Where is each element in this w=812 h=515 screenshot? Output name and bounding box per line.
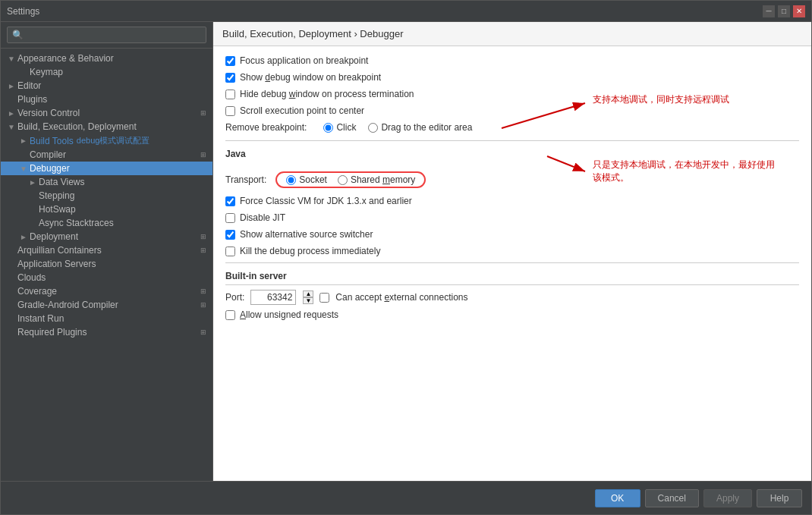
radio-click-label[interactable]: Click [336, 122, 356, 133]
sidebar-item-debugger[interactable]: ▼Debugger [1, 162, 212, 175]
radio-drag-input[interactable] [368, 123, 378, 133]
sidebar-item-build-execution-deployment[interactable]: ▼Build, Execution, Deployment [1, 120, 212, 133]
radio-click[interactable]: Click [323, 122, 356, 133]
kill-debug-checkbox[interactable] [225, 247, 235, 256]
kill-debug-label[interactable]: Kill the debug process immediately [240, 246, 380, 256]
ok-button[interactable]: OK [595, 489, 640, 507]
expand-arrow-plugins [7, 95, 16, 104]
checkbox-force-classic: Force Classic VM for JDK 1.3.x and earli… [225, 196, 799, 206]
expand-arrow-instant-run [7, 314, 16, 323]
radio-shared-memory-input[interactable] [338, 175, 348, 185]
ext-icon-arquillian-containers: ⊞ [200, 247, 206, 254]
expand-arrow-arquillian-containers [7, 246, 16, 255]
expand-arrow-deployment: ► [19, 232, 28, 241]
cancel-button[interactable]: Cancel [645, 489, 699, 507]
title-bar: Settings ─ □ ✕ [1, 1, 811, 22]
java-section-header: Java [225, 149, 799, 165]
show-debug-window-checkbox[interactable] [225, 73, 235, 83]
sidebar-label-required-plugins: Required Plugins [17, 327, 87, 338]
radio-shared-memory[interactable]: Shared memory [338, 174, 415, 185]
port-up-button[interactable]: ▲ [303, 290, 313, 297]
sidebar-item-application-servers[interactable]: Application Servers [1, 257, 212, 271]
disable-jit-checkbox[interactable] [225, 213, 235, 223]
port-input[interactable] [250, 290, 296, 305]
sidebar-item-async-stacktraces[interactable]: Async Stacktraces [1, 216, 212, 230]
close-button[interactable]: ✕ [793, 5, 805, 17]
bottom-bar: OK Cancel Apply Help [1, 481, 811, 514]
focus-app-checkbox[interactable] [225, 56, 235, 66]
maximize-button[interactable]: □ [778, 5, 790, 17]
disable-jit-label[interactable]: Disable JIT [240, 212, 285, 223]
sidebar-item-appearance-behavior[interactable]: ▼Appearance & Behavior [1, 52, 212, 65]
sidebar-label-arquillian-containers: Arquillian Containers [17, 245, 102, 256]
radio-socket-input[interactable] [286, 175, 296, 185]
checkbox-scroll-exec: Scroll execution point to center [225, 105, 799, 116]
radio-click-input[interactable] [323, 123, 333, 133]
sidebar-item-build-tools[interactable]: ►Build Toolsdebug模式调试配置 [1, 133, 212, 148]
help-button[interactable]: Help [757, 489, 802, 507]
port-row: Port: ▲ ▼ Can accept external connection… [225, 290, 799, 305]
sidebar-item-data-views[interactable]: ►Data Views [1, 175, 212, 189]
force-classic-checkbox[interactable] [225, 196, 235, 206]
checkbox-disable-jit: Disable JIT [225, 212, 799, 223]
radio-socket[interactable]: Socket [286, 174, 327, 185]
accept-ext-label[interactable]: Can accept external connections [335, 292, 467, 303]
search-input[interactable] [7, 27, 206, 43]
sidebar-item-plugins[interactable]: Plugins [1, 93, 212, 106]
expand-arrow-data-views: ► [28, 177, 37, 187]
expand-arrow-coverage [7, 287, 16, 296]
sidebar-item-instant-run[interactable]: Instant Run [1, 312, 212, 325]
expand-arrow-keymap [19, 68, 28, 77]
sidebar-item-arquillian-containers[interactable]: Arquillian Containers⊞ [1, 243, 212, 257]
sidebar-label-gradle-android-compiler: Gradle-Android Compiler [17, 300, 118, 310]
expand-arrow-build-tools: ► [19, 137, 28, 146]
hide-debug-window-label[interactable]: Hide debug window on process termination [240, 89, 414, 99]
minimize-button[interactable]: ─ [763, 5, 775, 17]
accept-ext-checkbox[interactable] [319, 293, 329, 303]
sidebar-item-editor[interactable]: ►Editor [1, 79, 212, 93]
sidebar-item-compiler[interactable]: Compiler⊞ [1, 148, 212, 162]
ext-icon-compiler: ⊞ [200, 151, 206, 159]
sidebar-label-debugger: Debugger [30, 163, 70, 174]
sidebar-item-deployment[interactable]: ►Deployment⊞ [1, 230, 212, 243]
right-panel: Build, Execution, Deployment › Debugger … [213, 22, 811, 481]
sidebar-label-version-control: Version Control [17, 108, 80, 118]
show-alt-src-label[interactable]: Show alternative source switcher [240, 229, 373, 240]
sidebar-item-stepping[interactable]: Stepping [1, 189, 212, 203]
expand-arrow-compiler [19, 150, 28, 159]
sidebar-item-keymap[interactable]: Keymap [1, 65, 212, 79]
expand-arrow-async-stacktraces [28, 218, 37, 228]
focus-app-label[interactable]: Focus application on breakpoint [240, 55, 368, 66]
sidebar-label-async-stacktraces: Async Stacktraces [39, 218, 114, 228]
hide-debug-window-checkbox[interactable] [225, 89, 235, 99]
port-down-button[interactable]: ▼ [303, 297, 313, 304]
expand-arrow-stepping [28, 191, 37, 200]
apply-button[interactable]: Apply [703, 489, 752, 507]
radio-drag-label[interactable]: Drag to the editor area [381, 122, 472, 133]
sidebar-item-required-plugins[interactable]: Required Plugins⊞ [1, 325, 212, 339]
radio-shared-memory-label[interactable]: Shared memory [351, 174, 415, 185]
scroll-exec-point-label[interactable]: Scroll execution point to center [240, 105, 364, 116]
sidebar-item-hotswap[interactable]: HotSwap [1, 203, 212, 216]
sidebar-item-coverage[interactable]: Coverage⊞ [1, 284, 212, 298]
sidebar-item-clouds[interactable]: Clouds [1, 271, 212, 284]
sidebar-item-version-control[interactable]: ►Version Control⊞ [1, 106, 212, 120]
checkbox-kill-debug: Kill the debug process immediately [225, 246, 799, 256]
remove-breakpoint-label: Remove breakpoint: [225, 122, 307, 133]
radio-socket-label[interactable]: Socket [299, 174, 327, 185]
allow-unsigned-checkbox[interactable] [225, 310, 235, 320]
show-alt-src-checkbox[interactable] [225, 230, 235, 240]
checkbox-allow-unsigned: Allow unsigned requests [225, 309, 799, 320]
expand-arrow-hotswap [28, 205, 37, 214]
scroll-exec-point-checkbox[interactable] [225, 106, 235, 116]
window-title: Settings [7, 6, 39, 17]
force-classic-label[interactable]: Force Classic VM for JDK 1.3.x and earli… [240, 196, 412, 206]
sidebar-item-gradle-android-compiler[interactable]: Gradle-Android Compiler⊞ [1, 298, 212, 312]
allow-unsigned-label[interactable]: Allow unsigned requests [240, 309, 338, 320]
transport-label: Transport: [225, 174, 266, 185]
builtin-server-section: Built-in server Port: ▲ ▼ Can accept ext… [225, 271, 799, 320]
show-debug-window-label[interactable]: Show debug window on breakpoint [240, 72, 381, 83]
sidebar-label-instant-run: Instant Run [17, 313, 64, 324]
builtin-server-label: Built-in server [225, 271, 799, 285]
radio-drag[interactable]: Drag to the editor area [368, 122, 472, 133]
